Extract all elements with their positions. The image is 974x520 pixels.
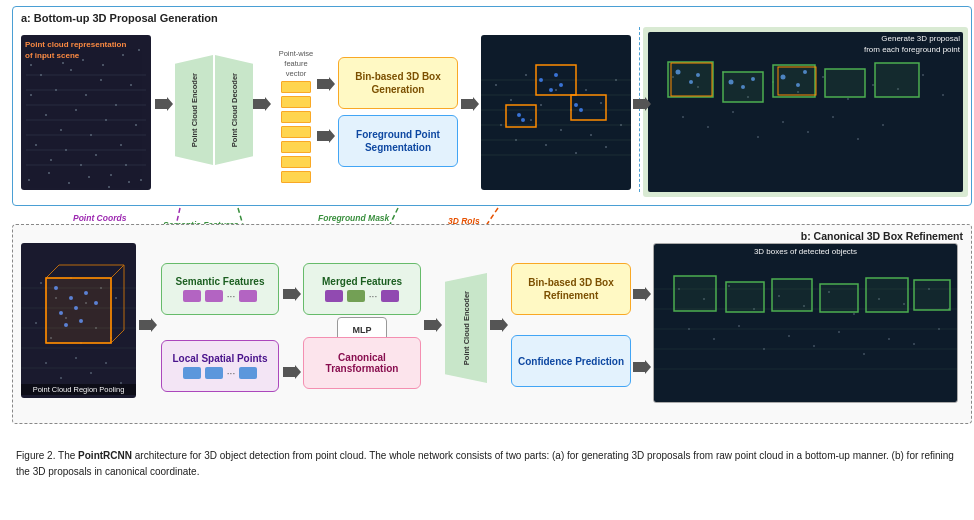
svg-point-117 [796, 83, 800, 87]
section-a-label: a: Bottom-up 3D Proposal Generation [21, 12, 218, 24]
arrow-conf-to-output [633, 360, 651, 376]
arrow-sem-to-merged [283, 287, 301, 303]
svg-point-115 [751, 77, 755, 81]
diagram-wrapper: a: Bottom-up 3D Proposal Generation [8, 6, 974, 446]
svg-point-64 [605, 146, 607, 148]
svg-point-23 [30, 64, 32, 66]
arrow-from-pooling [139, 318, 157, 334]
svg-rect-202 [772, 279, 812, 311]
svg-point-76 [554, 73, 558, 77]
svg-point-185 [713, 338, 715, 340]
svg-point-152 [84, 291, 88, 295]
svg-point-4 [100, 79, 102, 81]
arrow-local-to-canonical [283, 365, 301, 381]
svg-point-91 [847, 98, 849, 100]
svg-point-48 [495, 84, 497, 86]
svg-marker-164 [139, 318, 157, 332]
svg-point-191 [863, 353, 865, 355]
svg-point-25 [62, 62, 64, 64]
svg-point-98 [732, 111, 734, 113]
svg-point-139 [60, 377, 62, 379]
point-coords-label: Point Coords [73, 213, 126, 223]
region-pooling-viz: Point Cloud Region Pooling [21, 243, 136, 398]
top-panel: a: Bottom-up 3D Proposal Generation [12, 6, 972, 206]
foreground-point-seg: Foreground Point Segmentation [338, 115, 458, 167]
svg-point-21 [140, 179, 142, 181]
svg-point-151 [69, 296, 73, 300]
svg-marker-168 [490, 318, 508, 332]
svg-point-179 [853, 313, 855, 315]
svg-point-132 [35, 322, 37, 324]
svg-point-116 [781, 75, 786, 80]
arrow-bin-to-output [633, 287, 651, 303]
svg-point-14 [35, 144, 37, 146]
svg-point-110 [676, 70, 681, 75]
svg-line-161 [111, 330, 124, 343]
svg-point-100 [782, 121, 784, 123]
svg-point-118 [803, 70, 807, 74]
svg-point-141 [90, 372, 92, 374]
svg-point-15 [50, 159, 52, 161]
svg-point-7 [45, 114, 47, 116]
svg-point-31 [48, 172, 50, 174]
svg-marker-121 [633, 97, 651, 111]
point-cloud-encoder-bottom: Point Cloud Encoder [445, 273, 487, 383]
svg-line-159 [46, 265, 59, 278]
svg-point-18 [95, 154, 97, 156]
svg-rect-204 [866, 278, 908, 312]
svg-rect-201 [726, 282, 764, 312]
svg-point-6 [130, 84, 132, 86]
svg-marker-170 [633, 360, 651, 374]
svg-point-54 [585, 89, 587, 91]
svg-marker-46 [317, 129, 335, 143]
svg-point-96 [682, 116, 684, 118]
svg-point-186 [738, 325, 740, 327]
svg-point-78 [549, 88, 553, 92]
svg-point-153 [74, 306, 78, 310]
svg-point-32 [68, 182, 70, 184]
svg-rect-200 [674, 276, 716, 311]
svg-point-8 [60, 129, 62, 131]
svg-point-190 [838, 331, 840, 333]
svg-point-12 [120, 144, 122, 146]
main-container: a: Bottom-up 3D Proposal Generation [0, 0, 974, 520]
input-cloud-label: Point cloud representation of input scen… [25, 39, 126, 61]
svg-point-75 [539, 78, 543, 82]
svg-point-61 [560, 129, 562, 131]
svg-rect-105 [668, 62, 713, 97]
svg-point-22 [30, 94, 32, 96]
merged-features-box: Merged Features ··· [303, 263, 421, 315]
svg-rect-107 [773, 65, 815, 97]
svg-rect-171 [654, 244, 958, 403]
svg-point-189 [813, 345, 815, 347]
svg-rect-109 [875, 63, 919, 97]
canonical-transformation-box: Canonical Transformation [303, 337, 421, 389]
svg-point-131 [115, 297, 117, 299]
arrow-from-encoder-bottom [490, 318, 508, 334]
mid-3d-viz [481, 35, 631, 190]
svg-point-35 [128, 181, 130, 183]
svg-point-9 [75, 109, 77, 111]
svg-point-77 [559, 83, 563, 87]
svg-point-27 [102, 64, 104, 66]
confidence-prediction-box: Confidence Prediction [511, 335, 631, 387]
svg-point-156 [79, 319, 83, 323]
point-cloud-decoder: Point Cloud Decoder [215, 55, 253, 165]
figure-caption: Figure 2. The PointRCNN architecture for… [8, 448, 966, 479]
encoder-decoder-group: Point Cloud Encoder Point Cloud Decoder [175, 55, 253, 165]
svg-point-33 [88, 176, 90, 178]
svg-point-55 [600, 102, 602, 104]
svg-point-51 [540, 104, 542, 106]
svg-point-192 [888, 338, 890, 340]
local-spatial-points-box: Local Spatial Points ··· [161, 340, 279, 392]
svg-point-52 [555, 89, 557, 91]
svg-marker-44 [253, 97, 271, 111]
svg-point-138 [45, 362, 47, 364]
arrow-to-fg [317, 129, 335, 143]
svg-point-13 [135, 124, 137, 126]
svg-point-140 [75, 357, 77, 359]
svg-marker-166 [283, 365, 301, 379]
foreground-mask-label: Foreground Mask [318, 213, 389, 223]
svg-point-154 [59, 311, 63, 315]
svg-rect-108 [825, 69, 865, 97]
